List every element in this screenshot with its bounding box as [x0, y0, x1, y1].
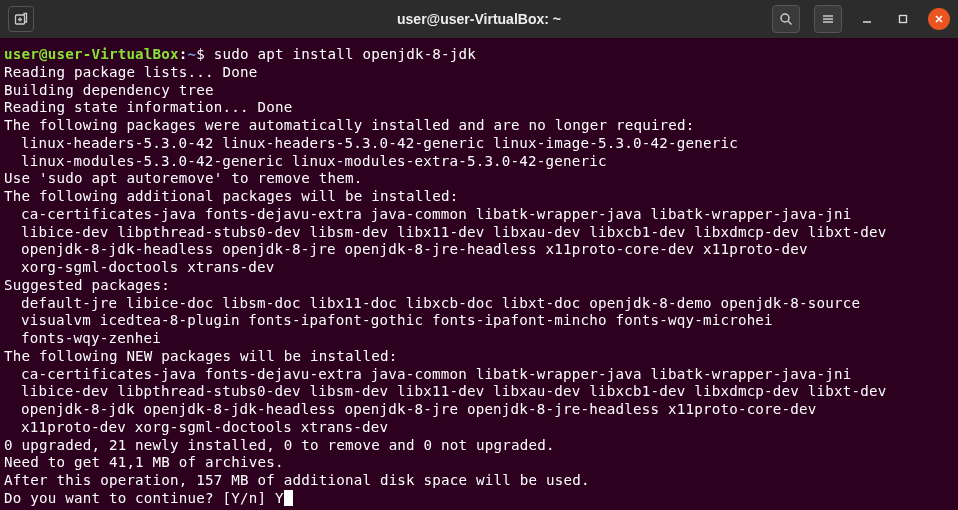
new-tab-button[interactable]: [8, 6, 34, 32]
titlebar: user@user-VirtualBox: ~: [0, 0, 958, 38]
output-line: openjdk-8-jdk openjdk-8-jdk-headless ope…: [4, 401, 954, 419]
continue-prompt: Do you want to continue? [Y/n] Y: [4, 490, 284, 506]
new-tab-icon: [14, 12, 28, 26]
prompt-colon: :: [179, 46, 188, 62]
close-icon: [933, 13, 945, 25]
output-line: default-jre libice-doc libsm-doc libx11-…: [4, 295, 954, 313]
output-line: Reading state information... Done: [4, 99, 954, 117]
output-line: Need to get 41,1 MB of archives.: [4, 454, 954, 472]
prompt-dollar: $: [196, 46, 213, 62]
output-line: Building dependency tree: [4, 82, 954, 100]
svg-rect-2: [900, 16, 907, 23]
output-line: xorg-sgml-doctools xtrans-dev: [4, 259, 954, 277]
output-line: Reading package lists... Done: [4, 64, 954, 82]
cursor: [284, 490, 293, 506]
prompt-line: user@user-VirtualBox:~$ sudo apt install…: [4, 46, 954, 64]
output-line: visualvm icedtea-8-plugin fonts-ipafont-…: [4, 312, 954, 330]
svg-point-1: [781, 14, 789, 22]
maximize-button[interactable]: [892, 8, 914, 30]
search-icon: [779, 12, 793, 26]
output-line: The following additional packages will b…: [4, 188, 954, 206]
titlebar-right: [772, 5, 950, 33]
minimize-button[interactable]: [856, 8, 878, 30]
prompt-user-host: user@user-VirtualBox: [4, 46, 179, 62]
output-line: openjdk-8-jdk-headless openjdk-8-jre ope…: [4, 241, 954, 259]
terminal-output[interactable]: user@user-VirtualBox:~$ sudo apt install…: [0, 38, 958, 510]
output-line: libice-dev libpthread-stubs0-dev libsm-d…: [4, 383, 954, 401]
window-title: user@user-VirtualBox: ~: [397, 11, 561, 27]
output-line: After this operation, 157 MB of addition…: [4, 472, 954, 490]
titlebar-left: [8, 6, 34, 32]
search-button[interactable]: [772, 5, 800, 33]
output-line: Use 'sudo apt autoremove' to remove them…: [4, 170, 954, 188]
close-button[interactable]: [928, 8, 950, 30]
output-line: linux-modules-5.3.0-42-generic linux-mod…: [4, 153, 954, 171]
maximize-icon: [897, 13, 909, 25]
minimize-icon: [861, 13, 873, 25]
output-line: Suggested packages:: [4, 277, 954, 295]
output-line: ca-certificates-java fonts-dejavu-extra …: [4, 206, 954, 224]
output-line: The following packages were automaticall…: [4, 117, 954, 135]
output-line: libice-dev libpthread-stubs0-dev libsm-d…: [4, 224, 954, 242]
output-line: linux-headers-5.3.0-42 linux-headers-5.3…: [4, 135, 954, 153]
output-line: x11proto-dev xorg-sgml-doctools xtrans-d…: [4, 419, 954, 437]
menu-button[interactable]: [814, 5, 842, 33]
hamburger-icon: [821, 12, 835, 26]
output-line: 0 upgraded, 21 newly installed, 0 to rem…: [4, 437, 954, 455]
output-line: The following NEW packages will be insta…: [4, 348, 954, 366]
command-text: sudo apt install openjdk-8-jdk: [214, 46, 476, 62]
output-line: fonts-wqy-zenhei: [4, 330, 954, 348]
prompt-continue-line: Do you want to continue? [Y/n] Y: [4, 490, 954, 508]
output-line: ca-certificates-java fonts-dejavu-extra …: [4, 366, 954, 384]
